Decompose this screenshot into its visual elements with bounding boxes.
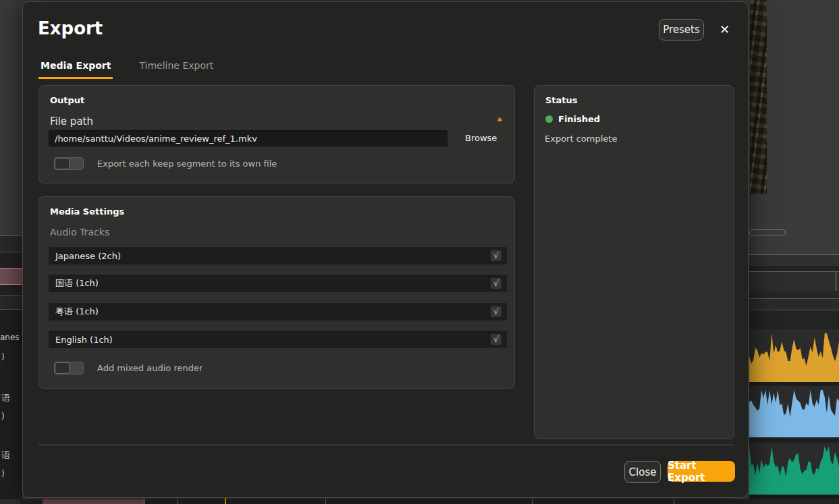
segment-boundary	[532, 499, 533, 504]
track-label-fragment: )	[1, 412, 5, 421]
timeline-gap	[0, 285, 22, 295]
mixed-audio-toggle[interactable]	[54, 362, 84, 374]
audio-track-item-cantonese[interactable]: 粤语 (1ch) √	[49, 303, 507, 320]
audio-track-item-english[interactable]: English (1ch) √	[49, 331, 507, 348]
timeline-gap	[749, 266, 839, 271]
status-dot-icon	[545, 115, 553, 123]
audio-track-label: 粤语 (1ch)	[49, 306, 491, 318]
timeline-row	[749, 271, 839, 291]
output-section-title: Output	[50, 95, 84, 105]
status-section: Status Finished Export complete	[534, 85, 734, 439]
waveform-blue	[749, 389, 839, 437]
tab-timeline-export[interactable]: Timeline Export	[137, 57, 215, 79]
status-row: Finished	[545, 114, 600, 124]
toggle-knob	[55, 158, 70, 169]
export-dialog: Export Presets ✕ Media Export Timeline E…	[22, 1, 749, 498]
track-label-fragment: )	[1, 469, 5, 478]
audio-track-row-japanese	[749, 329, 839, 382]
media-settings-title: Media Settings	[50, 206, 124, 217]
audio-track-label: Japanese (2ch)	[49, 251, 491, 261]
timeline-segment-pink	[0, 268, 22, 285]
track-label-fragment: anes	[0, 333, 20, 342]
waveform-green	[749, 445, 839, 495]
track-header-panel: anes ) 语 ) 语 )	[0, 310, 22, 499]
checkmark-icon: √	[491, 278, 502, 289]
app-root: anes ) 语 ) 语 ) Export Presets ✕ Media Ex…	[0, 0, 839, 504]
footer-divider	[38, 445, 734, 445]
track-gap	[749, 438, 839, 443]
segment-export-toggle-label: Export each keep segment to its own file	[97, 159, 277, 169]
export-tabs: Media Export Timeline Export	[38, 57, 215, 79]
audio-track-item-japanese[interactable]: Japanese (2ch) √	[49, 247, 507, 264]
start-export-button[interactable]: Start Export	[668, 461, 735, 482]
timeline-gap	[749, 310, 839, 329]
segment-export-toggle[interactable]	[54, 157, 84, 170]
audio-track-item-mandarin[interactable]: 国语 (1ch) √	[49, 275, 507, 292]
playhead-marker	[225, 498, 226, 504]
track-label-fragment: 语	[1, 392, 10, 404]
close-button[interactable]: Close	[624, 461, 661, 483]
audio-track-row-mandarin	[749, 386, 839, 437]
video-preview-frame	[750, 0, 767, 194]
dialog-title: Export	[38, 18, 103, 38]
required-asterisk: *	[497, 115, 502, 126]
status-message: Export complete	[545, 134, 617, 144]
audio-track-label: 国语 (1ch)	[49, 277, 491, 289]
timeline-segment-pink	[43, 499, 144, 504]
close-icon[interactable]: ✕	[715, 21, 734, 38]
timeline-row	[749, 291, 839, 299]
track-label-fragment: 语	[1, 449, 10, 461]
media-settings-section: Media Settings Audio Tracks Japanese (2c…	[38, 196, 515, 389]
mixed-audio-toggle-label: Add mixed audio render	[97, 363, 202, 373]
track-label-fragment: )	[1, 352, 5, 362]
checkmark-icon: √	[491, 306, 502, 317]
timeline-strip[interactable]	[0, 499, 839, 504]
browse-button[interactable]: Browse	[465, 133, 497, 143]
waveform-orange	[749, 332, 839, 382]
timeline-zoom-indicator	[749, 229, 786, 235]
audio-track-label: English (1ch)	[49, 335, 491, 345]
segment-boundary	[674, 499, 674, 504]
file-path-input[interactable]	[49, 130, 448, 146]
file-path-label: File path	[50, 115, 93, 128]
status-section-title: Status	[545, 95, 578, 105]
timeline-gap	[0, 252, 22, 268]
timeline-row	[749, 299, 839, 310]
toggle-knob	[55, 362, 70, 374]
timeline-ruler	[749, 254, 839, 267]
checkmark-icon: √	[491, 250, 502, 261]
tab-media-export[interactable]: Media Export	[38, 57, 113, 79]
audio-track-row-cantonese	[749, 443, 839, 495]
track-header-footer	[0, 499, 20, 504]
segment-boundary	[178, 499, 178, 504]
status-state: Finished	[558, 114, 600, 124]
segment-boundary	[325, 499, 326, 504]
checkmark-icon: √	[491, 334, 502, 345]
output-section: Output File path * Browse Export each ke…	[38, 85, 515, 184]
presets-button[interactable]: Presets	[659, 19, 704, 40]
timeline-row	[0, 296, 22, 310]
timeline-row	[0, 236, 22, 252]
timeline-row-divider	[836, 272, 836, 291]
audio-tracks-label: Audio Tracks	[50, 227, 109, 237]
